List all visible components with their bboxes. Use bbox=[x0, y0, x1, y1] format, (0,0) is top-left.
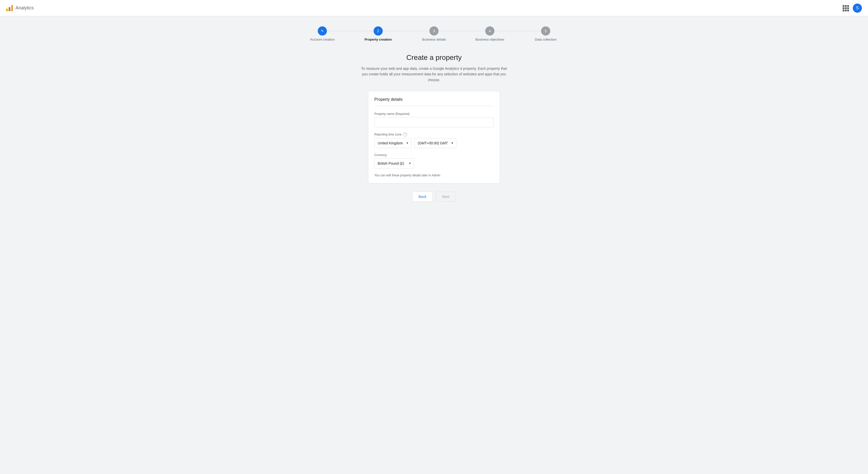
step-circle-1: ✎ bbox=[318, 26, 327, 35]
card-title: Property details bbox=[374, 97, 494, 106]
step-label-2: Property creation bbox=[365, 37, 392, 41]
pencil-icon: ✎ bbox=[321, 29, 324, 33]
step-account-creation: ✎ Account creation bbox=[294, 26, 350, 41]
property-name-group: Property name (Required) bbox=[374, 112, 494, 127]
back-button[interactable]: Back bbox=[412, 192, 433, 202]
logo-bar-3 bbox=[11, 5, 13, 11]
page-subtitle: To measure your web and app data, create… bbox=[358, 66, 510, 83]
step-circle-4: 4 bbox=[485, 26, 494, 35]
step-label-5: Data collection bbox=[535, 37, 556, 41]
step-label-1: Account creation bbox=[310, 37, 335, 41]
timezone-label: Reporting time zone bbox=[374, 133, 402, 136]
currency-wrapper: British Pound (£) US Dollar ($) Euro (€)… bbox=[374, 158, 414, 168]
app-header: Analytics S bbox=[0, 0, 868, 16]
property-name-label: Property name (Required) bbox=[374, 112, 494, 116]
currency-label: Currency bbox=[374, 153, 494, 157]
header-right: S bbox=[843, 4, 862, 13]
action-buttons: Back Next bbox=[412, 192, 456, 202]
logo-bar-2 bbox=[9, 7, 10, 11]
step-circle-3: 3 bbox=[429, 26, 439, 35]
property-details-card: Property details Property name (Required… bbox=[368, 91, 500, 184]
currency-select[interactable]: British Pound (£) US Dollar ($) Euro (€)… bbox=[374, 158, 414, 168]
step-data-collection: 5 Data collection bbox=[518, 26, 574, 41]
timezone-country-select[interactable]: United Kingdom United States Germany Fra… bbox=[374, 138, 411, 148]
main-content: ✎ Account creation 2 Property creation 3… bbox=[0, 16, 868, 212]
step-property-creation: 2 Property creation bbox=[350, 26, 406, 41]
step-circle-5: 5 bbox=[541, 26, 550, 35]
next-button[interactable]: Next bbox=[436, 192, 456, 202]
apps-icon[interactable] bbox=[843, 5, 849, 11]
timezone-help-icon[interactable]: ? bbox=[403, 132, 407, 136]
step-business-details: 3 Business details bbox=[406, 26, 462, 41]
step-number-4: 4 bbox=[489, 29, 491, 33]
logo-bar-1 bbox=[6, 9, 8, 11]
step-business-objectives: 4 Business objectives bbox=[462, 26, 518, 41]
step-label-3: Business details bbox=[422, 37, 446, 41]
currency-group: Currency British Pound (£) US Dollar ($)… bbox=[374, 153, 494, 168]
timezone-country-wrapper: United Kingdom United States Germany Fra… bbox=[374, 138, 411, 148]
header-left: Analytics bbox=[6, 5, 34, 11]
app-name: Analytics bbox=[16, 5, 34, 11]
timezone-gmt-wrapper: (GMT+00:00) GMT (GMT-05:00) EST (GMT+01:… bbox=[414, 138, 456, 148]
step-circle-2: 2 bbox=[374, 26, 383, 35]
timezone-group: Reporting time zone ? United Kingdom Uni… bbox=[374, 132, 494, 148]
step-label-4: Business objectives bbox=[475, 37, 504, 41]
avatar[interactable]: S bbox=[853, 4, 862, 13]
step-number-3: 3 bbox=[433, 29, 435, 33]
hint-text: You can edit these property details late… bbox=[374, 173, 494, 177]
timezone-gmt-select[interactable]: (GMT+00:00) GMT (GMT-05:00) EST (GMT+01:… bbox=[414, 138, 456, 148]
analytics-logo bbox=[6, 5, 13, 11]
property-name-input[interactable] bbox=[374, 117, 494, 127]
step-number-2: 2 bbox=[377, 29, 379, 33]
page-title: Create a property bbox=[406, 54, 462, 62]
timezone-select-row: United Kingdom United States Germany Fra… bbox=[374, 138, 494, 148]
step-number-5: 5 bbox=[545, 29, 547, 33]
timezone-label-row: Reporting time zone ? bbox=[374, 132, 494, 136]
stepper: ✎ Account creation 2 Property creation 3… bbox=[294, 26, 574, 41]
